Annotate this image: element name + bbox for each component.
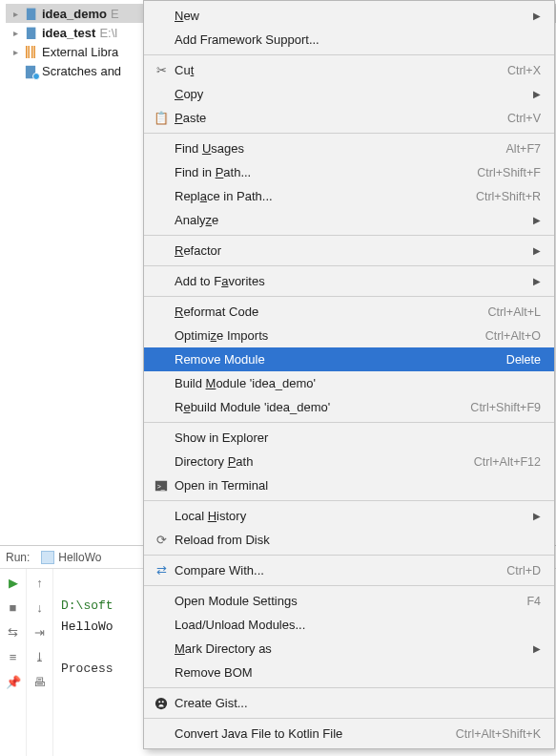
scratches-icon: ▇ [23, 63, 38, 78]
shortcut: Ctrl+Alt+Shift+K [456, 727, 541, 741]
svg-point-2 [155, 697, 167, 708]
menu-load-unload-modules[interactable]: Load/Unload Modules... [144, 613, 554, 637]
context-menu: New ▶ Add Framework Support... ✂ Cut Ctr… [143, 0, 555, 749]
menu-separator [144, 296, 554, 297]
shortcut: Ctrl+D [506, 564, 541, 578]
svg-point-3 [158, 701, 160, 703]
tree-item-label: Scratches and [42, 64, 121, 78]
menu-separator [144, 265, 554, 266]
shortcut: Ctrl+Shift+F [477, 166, 541, 179]
menu-build-module[interactable]: Build Module 'idea_demo' [144, 371, 554, 395]
menu-reformat-code[interactable]: Reformat Code Ctrl+Alt+L [144, 300, 554, 324]
filter-icon[interactable]: ≡ [6, 649, 21, 664]
run-config-icon [41, 551, 54, 564]
expand-icon[interactable]: ▸ [10, 9, 21, 19]
shortcut: F4 [526, 595, 541, 608]
tree-item-label: idea_demo [42, 7, 107, 21]
cut-icon: ✂ [152, 63, 171, 77]
scroll-end-icon[interactable]: ⤓ [32, 649, 48, 664]
submenu-arrow-icon: ▶ [533, 215, 541, 225]
menu-remove-bom[interactable]: Remove BOM [144, 661, 554, 684]
up-icon[interactable]: ↑ [32, 575, 48, 590]
menu-directory-path[interactable]: Directory Path Ctrl+Alt+F12 [144, 450, 554, 473]
tree-item-label: idea_test [42, 26, 95, 40]
paste-icon: 📋 [152, 111, 171, 125]
menu-separator [144, 54, 554, 55]
shortcut: Ctrl+V [507, 112, 541, 125]
submenu-arrow-icon: ▶ [533, 511, 541, 521]
down-icon[interactable]: ↓ [32, 599, 48, 615]
menu-show-explorer[interactable]: Show in Explorer [144, 426, 554, 450]
menu-replace-in-path[interactable]: Replace in Path... Ctrl+Shift+R [144, 184, 554, 208]
run-gutter-primary: ▶ ■ ⇆ ≡ 📌 [0, 569, 27, 756]
menu-separator [144, 500, 554, 501]
github-icon [152, 697, 171, 710]
submenu-arrow-icon: ▶ [533, 89, 541, 99]
console-line: Process [61, 662, 113, 676]
menu-open-module-settings[interactable]: Open Module Settings F4 [144, 589, 554, 613]
pin-icon[interactable]: 📌 [6, 674, 21, 689]
menu-separator [144, 422, 554, 423]
menu-optimize-imports[interactable]: Optimize Imports Ctrl+Alt+O [144, 324, 554, 347]
menu-local-history[interactable]: Local History ▶ [144, 504, 554, 528]
shortcut: Ctrl+Alt+O [485, 329, 541, 343]
menu-find-usages[interactable]: Find Usages Alt+F7 [144, 136, 554, 160]
library-icon: ǁǁ [23, 44, 38, 59]
shortcut: Ctrl+Alt+L [487, 305, 541, 319]
menu-new[interactable]: New ▶ [144, 4, 554, 28]
menu-remove-module[interactable]: Remove Module Delete [144, 347, 554, 371]
submenu-arrow-icon: ▶ [533, 10, 541, 21]
menu-separator [144, 585, 554, 586]
menu-rebuild-module[interactable]: Rebuild Module 'idea_demo' Ctrl+Shift+F9 [144, 395, 554, 419]
menu-mark-directory-as[interactable]: Mark Directory as ▶ [144, 637, 554, 661]
run-gutter-secondary: ↑ ↓ ⇥ ⤓ 🖶 [27, 569, 53, 756]
run-label: Run: [6, 551, 30, 564]
reload-icon: ⟳ [152, 533, 171, 547]
menu-compare-with[interactable]: ⇄ Compare With... Ctrl+D [144, 558, 554, 582]
menu-find-in-path[interactable]: Find in Path... Ctrl+Shift+F [144, 160, 554, 184]
tree-item-label: External Libra [42, 45, 118, 59]
softwrap-icon[interactable]: ⇥ [32, 624, 48, 640]
console-line: HelloWo [61, 620, 113, 634]
shortcut: Ctrl+X [507, 64, 541, 77]
menu-convert-kotlin[interactable]: Convert Java File to Kotlin File Ctrl+Al… [144, 722, 554, 746]
menu-add-framework[interactable]: Add Framework Support... [144, 28, 554, 52]
menu-open-terminal[interactable]: >_ Open in Terminal [144, 473, 554, 497]
menu-separator [144, 235, 554, 236]
shortcut: Alt+F7 [506, 142, 541, 156]
shortcut: Ctrl+Shift+R [476, 190, 541, 203]
shortcut: Delete [506, 353, 541, 367]
menu-reload-disk[interactable]: ⟳ Reload from Disk [144, 528, 554, 552]
stop-icon[interactable]: ■ [6, 599, 21, 615]
rerun-icon[interactable]: ▶ [6, 575, 21, 590]
print-icon[interactable]: 🖶 [32, 674, 48, 689]
menu-separator [144, 687, 554, 688]
layout-icon[interactable]: ⇆ [6, 624, 21, 640]
menu-cut[interactable]: ✂ Cut Ctrl+X [144, 58, 554, 82]
svg-text:>_: >_ [157, 482, 165, 490]
expand-icon[interactable]: ▸ [10, 28, 21, 38]
shortcut: Ctrl+Alt+F12 [474, 455, 541, 469]
menu-copy[interactable]: Copy ▶ [144, 82, 554, 106]
menu-create-gist[interactable]: Create Gist... [144, 691, 554, 715]
menu-add-favorites[interactable]: Add to Favorites ▶ [144, 269, 554, 293]
shortcut: Ctrl+Shift+F9 [470, 401, 541, 414]
folder-icon: ▇ [23, 6, 38, 21]
console-output[interactable]: D:\soft HelloWo Process [53, 569, 121, 756]
path-hint: E [111, 7, 119, 21]
folder-icon: ▇ [23, 25, 38, 40]
menu-refactor[interactable]: Refactor ▶ [144, 239, 554, 262]
terminal-icon: >_ [152, 479, 171, 493]
submenu-arrow-icon: ▶ [533, 276, 541, 286]
menu-analyze[interactable]: Analyze ▶ [144, 208, 554, 232]
compare-icon: ⇄ [152, 563, 171, 578]
submenu-arrow-icon: ▶ [533, 245, 541, 256]
submenu-arrow-icon: ▶ [533, 643, 541, 654]
svg-point-4 [162, 701, 164, 703]
run-tab-title[interactable]: HelloWo [58, 551, 101, 564]
menu-separator [144, 718, 554, 719]
console-line: D:\soft [61, 598, 113, 613]
menu-separator [144, 133, 554, 134]
expand-icon[interactable]: ▸ [10, 47, 21, 57]
menu-paste[interactable]: 📋 Paste Ctrl+V [144, 106, 554, 130]
